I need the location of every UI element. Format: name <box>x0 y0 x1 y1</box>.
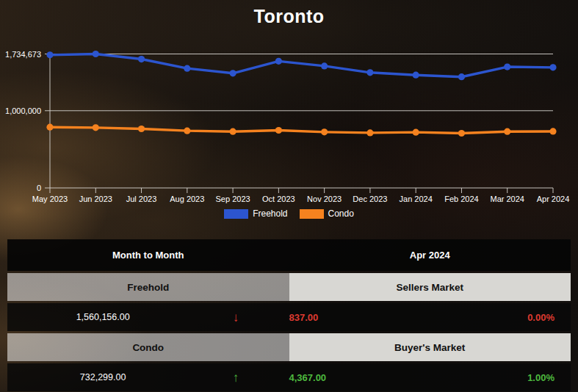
table-row-condo-labels: Condo Buyer's Market <box>7 333 571 361</box>
svg-text:Sep 2023: Sep 2023 <box>216 195 250 203</box>
freehold-swatch-icon <box>224 209 248 219</box>
svg-text:Oct 2023: Oct 2023 <box>262 195 295 203</box>
svg-text:Nov 2023: Nov 2023 <box>307 195 342 203</box>
legend-label: Freehold <box>253 208 287 219</box>
svg-text:Dec 2023: Dec 2023 <box>353 195 387 203</box>
svg-text:Mar 2024: Mar 2024 <box>490 195 524 203</box>
market-status-label: Buyer's Market <box>289 333 571 361</box>
table-row-condo-values: 732,299.00 ↑ 4,367.00 1.00% <box>7 363 571 391</box>
condo-swatch-icon <box>300 209 324 219</box>
table-header-row: Month to Month Apr 2024 <box>7 239 571 271</box>
category-label-freehold: Freehold <box>7 273 289 301</box>
svg-text:0: 0 <box>37 184 41 192</box>
svg-text:Jul 2023: Jul 2023 <box>126 195 157 203</box>
price-trend-chart[interactable]: 1,734,6731,000,0000May 2023Jun 2023Jul 2… <box>0 0 578 228</box>
category-label-condo: Condo <box>7 333 289 361</box>
up-arrow-icon: ↑ <box>198 371 272 384</box>
legend-label: Condo <box>328 208 354 219</box>
svg-text:Aug 2023: Aug 2023 <box>170 195 204 203</box>
svg-text:Jan 2024: Jan 2024 <box>400 195 433 203</box>
svg-text:1,734,673: 1,734,673 <box>5 50 41 59</box>
sales-count: 4,367.00 <box>289 372 327 383</box>
legend-item-condo[interactable]: Condo <box>300 208 354 219</box>
svg-text:Apr 2024: Apr 2024 <box>537 195 570 203</box>
svg-text:Jun 2023: Jun 2023 <box>79 195 112 203</box>
price-value: 1,560,156.00 <box>7 312 198 322</box>
table-row-freehold-labels: Freehold Sellers Market <box>7 273 571 301</box>
market-status-label: Sellers Market <box>289 273 571 301</box>
market-summary-table: Month to Month Apr 2024 Freehold Sellers… <box>7 239 571 391</box>
table-row-freehold-values: 1,560,156.00 ↓ 837.00 0.00% <box>7 303 571 331</box>
sales-count: 837.00 <box>289 312 319 323</box>
chart-legend: Freehold Condo <box>0 208 578 219</box>
table-header-right: Apr 2024 <box>289 239 571 271</box>
down-arrow-icon: ↓ <box>198 311 272 324</box>
legend-item-freehold[interactable]: Freehold <box>224 208 287 219</box>
price-value: 732,299.00 <box>7 372 198 382</box>
percent-change: 1.00% <box>527 372 554 383</box>
svg-text:Feb 2024: Feb 2024 <box>444 195 478 203</box>
table-header-left: Month to Month <box>7 239 289 271</box>
percent-change: 0.00% <box>527 312 554 323</box>
svg-text:May 2023: May 2023 <box>32 195 68 203</box>
svg-text:1,000,000: 1,000,000 <box>5 106 41 115</box>
